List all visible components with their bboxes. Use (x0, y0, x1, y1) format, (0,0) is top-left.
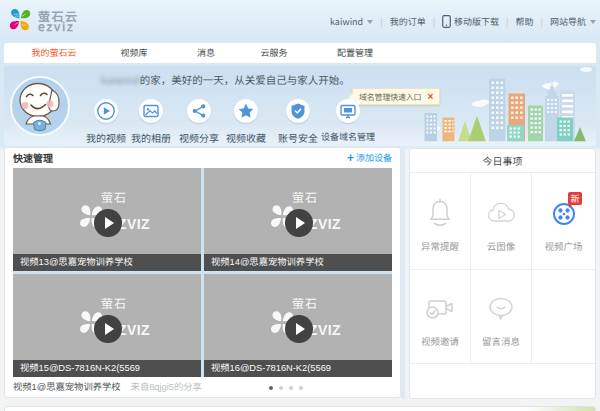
watermark-cn: 萤石 (292, 190, 341, 204)
monitor-icon (336, 99, 360, 123)
chevron-down-icon (590, 20, 596, 24)
quick-link-my-videos[interactable]: 我的视频 (86, 99, 126, 145)
ezviz-watermark: 萤石 EZVIZ (204, 168, 392, 254)
ezviz-logo[interactable]: 萤石云 ezviz (6, 6, 79, 34)
shared-video-footer: 视频1@思嘉宠物训养学校 来自8qjgi5的分享 (5, 378, 400, 397)
play-button-icon[interactable] (94, 315, 122, 343)
quick-link-label: 我的相册 (131, 130, 171, 145)
watermark-cn: 萤石 (292, 296, 341, 310)
mobile-download-link[interactable]: 移动版下载 (442, 15, 499, 28)
banner: kaiwind的家，美好的一天，从关爱自己与家人开始。 域名管理快速入口 × 我… (4, 66, 596, 146)
quick-manage-header: 快速管理 +添加设备 (5, 148, 400, 168)
new-badge: 新 (568, 192, 582, 205)
mobile-download-label: 移动版下载 (454, 15, 499, 28)
video-caption: 视频13@思嘉宠物训养学校 (13, 254, 201, 271)
bell-icon (410, 195, 470, 233)
top-bar: 萤石云 ezviz kaiwind | 我的订单 | 移动版下载 | 帮助 | … (0, 0, 600, 43)
today-item-messages[interactable]: 留言消息 (471, 270, 532, 364)
divider: | (380, 15, 382, 28)
divider: | (433, 15, 435, 28)
logo-text: 萤石云 ezviz (38, 10, 79, 31)
today-panel: 今日事项 异常提醒 云图像 视频广场 新 视频邀请 (409, 148, 596, 399)
quick-link-label: 账号安全 (278, 130, 318, 145)
quick-link-account-security[interactable]: 账号安全 (278, 99, 318, 145)
chevron-down-icon (367, 20, 373, 24)
quick-link-video-share[interactable]: 视频分享 (179, 99, 219, 145)
quick-link-my-albums[interactable]: 我的相册 (131, 99, 171, 145)
today-item-label: 云图像 (471, 239, 531, 253)
video-tile-4[interactable]: 萤石 EZVIZ 视频16@DS-7816N-K2(5569 (204, 274, 392, 377)
add-device-label: 添加设备 (356, 151, 392, 164)
play-button-icon[interactable] (285, 209, 313, 237)
video-tile-3[interactable]: 萤石 EZVIZ 视频15@DS-7816N-K2(5569 (13, 274, 201, 377)
plus-icon: + (347, 151, 354, 165)
today-item-label: 异常提醒 (410, 239, 470, 253)
video-grid: 萤石 EZVIZ 视频13@思嘉宠物训养学校 萤石 EZVIZ 视频14@思嘉宠… (13, 168, 392, 377)
page-dot-4[interactable] (299, 386, 303, 390)
today-item-alerts[interactable]: 异常提醒 (410, 173, 471, 270)
today-item-cloud-images[interactable]: 云图像 (471, 173, 532, 270)
video-camera-icon (410, 290, 470, 328)
nav-tab-messages[interactable]: 消息 (197, 43, 215, 63)
shared-video-name[interactable]: 视频1@思嘉宠物训养学校 (13, 378, 121, 397)
cloud-play-icon (471, 195, 531, 233)
quick-link-label: 视频收藏 (226, 130, 266, 145)
help-link[interactable]: 帮助 (516, 15, 534, 28)
video-caption: 视频15@DS-7816N-K2(5569 (13, 360, 201, 377)
page-dot-1[interactable] (269, 386, 273, 390)
watermark-cn: 萤石 (101, 296, 150, 310)
my-orders-link[interactable]: 我的订单 (390, 15, 426, 28)
ezviz-watermark: 萤石 EZVIZ (204, 274, 392, 360)
today-grid: 异常提醒 云图像 视频广场 新 视频邀请 留言消息 (410, 173, 595, 364)
today-item-empty (532, 270, 595, 364)
today-item-video-invite[interactable]: 视频邀请 (410, 270, 471, 364)
quick-link-video-favorites[interactable]: 视频收藏 (226, 99, 266, 145)
today-item-video-square[interactable]: 视频广场 新 (532, 173, 595, 270)
star-icon (234, 99, 258, 123)
share-icon (187, 99, 211, 123)
banner-quick-links: 我的视频 我的相册 视频分享 视频收藏 账号安全 (4, 66, 596, 146)
quick-link-label: 我的视频 (86, 130, 126, 145)
divider: | (506, 15, 508, 28)
nav-tab-cloud-service[interactable]: 云服务 (260, 43, 287, 63)
quick-manage-title: 快速管理 (13, 148, 53, 168)
play-button-icon[interactable] (94, 209, 122, 237)
today-item-label: 视频邀请 (410, 334, 470, 348)
film-reel-icon (532, 195, 595, 233)
phone-icon (442, 15, 451, 28)
shared-video-source: 来自8qjgi5的分享 (131, 378, 202, 397)
video-caption: 视频16@DS-7816N-K2(5569 (204, 360, 392, 377)
ezviz-flower-icon (6, 6, 34, 34)
quick-link-device-domain[interactable]: 设备域名管理 (321, 99, 375, 143)
username: kaiwind (330, 15, 363, 28)
bottom-section (4, 406, 596, 411)
top-links: kaiwind | 我的订单 | 移动版下载 | 帮助 | 网站导航 (330, 0, 596, 43)
quick-manage-panel: 快速管理 +添加设备 萤石 EZVIZ 视频13@思嘉宠物训养学校 萤石 EZV… (4, 147, 401, 398)
ezviz-watermark: 萤石 EZVIZ (13, 274, 201, 360)
quick-link-label: 设备域名管理 (321, 130, 375, 143)
help-label: 帮助 (516, 15, 534, 28)
nav-tab-video-library[interactable]: 视频库 (120, 43, 147, 63)
play-button-icon[interactable] (285, 315, 313, 343)
logo-en: ezviz (38, 21, 79, 31)
message-bubble-icon (471, 290, 531, 328)
video-tile-2[interactable]: 萤石 EZVIZ 视频14@思嘉宠物训养学校 (204, 168, 392, 271)
site-nav-menu[interactable]: 网站导航 (550, 15, 596, 28)
video-caption: 视频14@思嘉宠物训养学校 (204, 254, 392, 271)
my-orders-label: 我的订单 (390, 15, 426, 28)
nav-tab-my-ezviz[interactable]: 我的萤石云 (31, 43, 76, 63)
play-circle-icon (94, 99, 118, 123)
user-menu[interactable]: kaiwind (330, 15, 373, 28)
page-dot-3[interactable] (289, 386, 293, 390)
today-title: 今日事项 (410, 149, 595, 173)
today-item-label: 留言消息 (471, 334, 531, 348)
quick-link-label: 视频分享 (179, 130, 219, 145)
page-dot-2[interactable] (279, 386, 283, 390)
photo-icon (139, 99, 163, 123)
ezviz-watermark: 萤石 EZVIZ (13, 168, 201, 254)
nav-tab-config[interactable]: 配置管理 (337, 43, 373, 63)
add-device-button[interactable]: +添加设备 (347, 148, 392, 168)
video-tile-1[interactable]: 萤石 EZVIZ 视频13@思嘉宠物训养学校 (13, 168, 201, 271)
site-nav-label: 网站导航 (550, 15, 586, 28)
panel-divider (401, 147, 405, 399)
